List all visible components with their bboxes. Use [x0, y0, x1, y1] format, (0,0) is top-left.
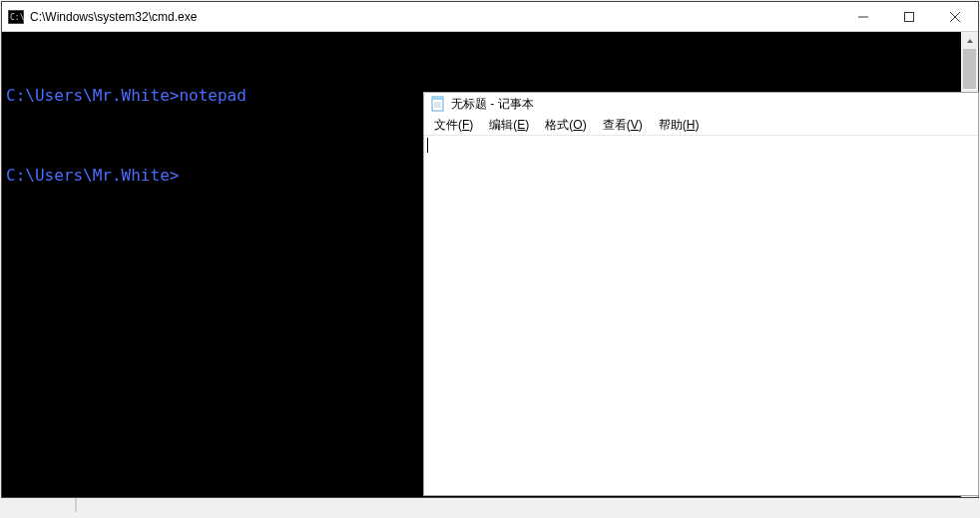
maximize-button[interactable] — [886, 2, 932, 31]
menu-file[interactable]: 文件(F) — [426, 115, 481, 136]
notepad-icon — [430, 96, 446, 112]
notepad-textarea[interactable] — [424, 136, 978, 495]
cmd-title: C:\Windows\system32\cmd.exe — [30, 10, 840, 24]
strip-divider — [75, 498, 77, 512]
notepad-titlebar[interactable]: 无标题 - 记事本 — [424, 93, 978, 115]
cmd-icon: C:\ — [8, 10, 24, 24]
svg-rect-9 — [432, 97, 443, 100]
menu-edit[interactable]: 编辑(E) — [481, 115, 537, 136]
notepad-menubar: 文件(F) 编辑(E) 格式(O) 查看(V) 帮助(H) — [424, 115, 978, 136]
close-button[interactable] — [932, 2, 978, 31]
menu-view[interactable]: 查看(V) — [595, 115, 651, 136]
menu-format[interactable]: 格式(O) — [537, 115, 594, 136]
menu-help[interactable]: 帮助(H) — [651, 115, 708, 136]
notepad-window: 无标题 - 记事本 文件(F) 编辑(E) 格式(O) 查看(V) 帮助(H) — [423, 92, 979, 496]
notepad-title: 无标题 - 记事本 — [451, 96, 534, 113]
scroll-up-button[interactable] — [961, 32, 978, 49]
minimize-button[interactable] — [840, 2, 886, 31]
window-controls — [840, 2, 978, 31]
svg-rect-3 — [905, 12, 914, 21]
scroll-thumb[interactable] — [963, 49, 976, 89]
svg-marker-6 — [967, 39, 973, 43]
taskbar-strip — [0, 498, 980, 518]
text-cursor — [427, 138, 428, 153]
cmd-titlebar[interactable]: C:\ C:\Windows\system32\cmd.exe — [2, 2, 978, 32]
svg-text:C:\: C:\ — [10, 13, 24, 22]
